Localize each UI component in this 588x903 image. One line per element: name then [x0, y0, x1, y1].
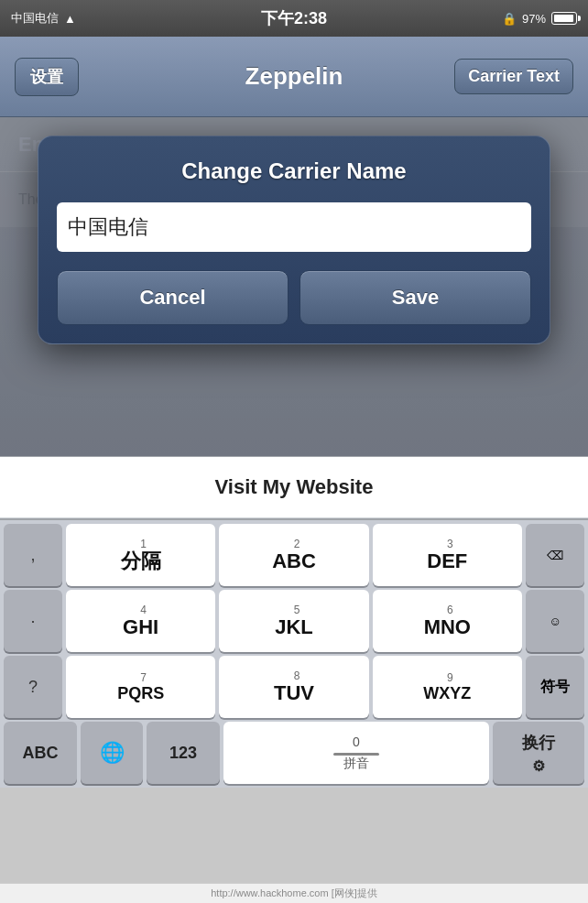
delete-key[interactable]: ⌫ [526, 524, 584, 586]
key-5[interactable]: 5 JKL [219, 590, 368, 652]
question-label: ? [28, 678, 38, 697]
symbol-key[interactable]: 符号 [526, 656, 584, 718]
key-3-letter: DEF [427, 551, 467, 571]
key-dot[interactable]: · [4, 590, 62, 652]
emoji-key[interactable]: ☺ [526, 590, 584, 652]
delete-icon: ⌫ [547, 549, 563, 562]
key-7-letter: PQRS [117, 685, 164, 702]
battery-percent: 97% [522, 12, 546, 26]
abc-key[interactable]: ABC [4, 722, 77, 784]
keyboard-row-3: ? 7 PQRS 8 TUV 9 WXYZ 符号 [0, 652, 588, 718]
modal-title: Change Carrier Name [57, 158, 531, 184]
modal-buttons: Cancel Save [57, 270, 531, 325]
bottom-bar: http://www.hackhome.com [网侠]提供 [0, 883, 588, 903]
abc-label: ABC [23, 744, 59, 763]
keyboard-row-2: · 4 GHI 5 JKL 6 MNO ☺ [0, 586, 588, 652]
123-label: 123 [169, 744, 197, 763]
battery-icon [551, 12, 577, 25]
modal-overlay: Change Carrier Name Cancel Save [0, 117, 588, 456]
globe-key[interactable]: 🌐 [81, 722, 143, 784]
lock-icon: 🔒 [502, 12, 517, 26]
keyboard-row-4: ABC 🌐 123 0 拼音 换行 ⚙ [0, 718, 588, 788]
key-1-num: 1 [68, 539, 213, 549]
save-button[interactable]: Save [299, 270, 531, 325]
return-label: 换行 [522, 732, 555, 754]
key-8-letter: TUV [274, 683, 314, 703]
carrier-text-button[interactable]: Carrier Text [454, 59, 573, 94]
status-left: 中国电信 ▲ [11, 10, 76, 27]
return-icon: ⚙ [532, 757, 545, 775]
zero-label: 0 [353, 734, 360, 749]
emoji-icon: ☺ [549, 615, 561, 628]
nav-title: Zeppelin [245, 62, 343, 91]
key-1-letter: 分隔 [121, 551, 161, 571]
key-6-letter: MNO [424, 617, 471, 637]
key-4[interactable]: 4 GHI [66, 590, 215, 652]
space-inner: 0 拼音 [225, 734, 487, 772]
key-6-num: 6 [375, 604, 520, 615]
content-area: Enabled Thoses stored in Library/Zeppeli… [0, 117, 588, 456]
carrier-name-input[interactable] [57, 202, 531, 252]
carrier-label: 中国电信 [11, 10, 59, 27]
key-1[interactable]: 1 分隔 [66, 524, 215, 586]
key-7[interactable]: 7 PQRS [66, 656, 215, 718]
key-9[interactable]: 9 WXYZ [373, 656, 522, 718]
key-9-letter: WXYZ [423, 685, 471, 702]
key-2-num: 2 [221, 539, 366, 549]
wifi-icon: ▲ [64, 12, 76, 26]
key-comma[interactable]: , [4, 524, 62, 586]
keyboard-row-1: , 1 分隔 2 ABC 3 DEF ⌫ [0, 520, 588, 586]
key-4-letter: GHI [123, 617, 158, 637]
key-4-num: 4 [68, 604, 213, 615]
keyboard: , 1 分隔 2 ABC 3 DEF ⌫ · 4 GHI 5 JKL [0, 519, 588, 788]
123-key[interactable]: 123 [147, 722, 220, 784]
return-key[interactable]: 换行 ⚙ [493, 722, 584, 784]
visit-website-button[interactable]: Visit My Website [0, 457, 588, 518]
key-8[interactable]: 8 TUV [219, 656, 368, 718]
modal-dialog: Change Carrier Name Cancel Save [38, 136, 550, 344]
status-right: 🔒 97% [502, 12, 577, 26]
status-bar: 中国电信 ▲ 下午2:38 🔒 97% [0, 0, 588, 37]
dot-label: · [30, 612, 35, 631]
key-8-num: 8 [221, 670, 366, 681]
key-2-letter: ABC [272, 551, 316, 571]
space-key[interactable]: 0 拼音 [223, 722, 489, 784]
key-5-letter: JKL [275, 617, 313, 637]
back-button[interactable]: 设置 [15, 58, 79, 96]
pinyin-label: 拼音 [343, 756, 369, 772]
bottom-bar-text: http://www.hackhome.com [网侠]提供 [211, 887, 377, 900]
key-7-num: 7 [68, 672, 213, 683]
key-2[interactable]: 2 ABC [219, 524, 368, 586]
key-5-num: 5 [221, 604, 366, 615]
key-3-num: 3 [375, 539, 520, 549]
key-question[interactable]: ? [4, 656, 62, 718]
key-6[interactable]: 6 MNO [373, 590, 522, 652]
globe-icon: 🌐 [100, 741, 125, 765]
status-time: 下午2:38 [261, 7, 327, 29]
visit-section: Visit My Website [0, 456, 588, 519]
key-9-num: 9 [375, 672, 520, 683]
symbol-label: 符号 [540, 678, 570, 697]
key-3[interactable]: 3 DEF [373, 524, 522, 586]
comma-label: , [30, 546, 35, 565]
nav-bar: 设置 Zeppelin Carrier Text [0, 37, 588, 117]
cancel-button[interactable]: Cancel [57, 270, 289, 325]
